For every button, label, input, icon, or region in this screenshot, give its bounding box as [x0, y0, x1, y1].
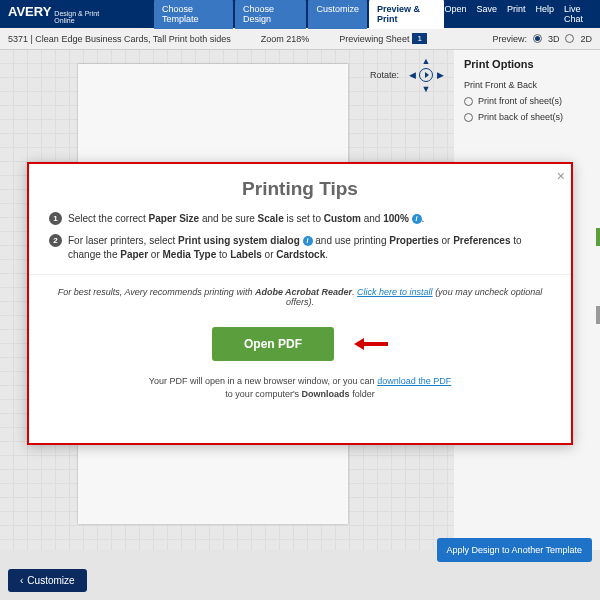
tab-choose-design[interactable]: Choose Design [235, 0, 306, 29]
close-icon[interactable]: × [557, 168, 565, 184]
sub-bar: 5371 | Clean Edge Business Cards, Tall P… [0, 28, 600, 50]
radio-back[interactable] [464, 113, 473, 122]
link-save[interactable]: Save [476, 4, 497, 24]
install-link[interactable]: Click here to install [357, 287, 433, 297]
sidebar-title: Print Options [464, 58, 590, 70]
logo: AVERY Design & Print Online [8, 4, 114, 24]
view-label: Preview: [492, 34, 527, 44]
top-bar: AVERY Design & Print Online Choose Templ… [0, 0, 600, 28]
link-open[interactable]: Open [444, 4, 466, 24]
main-tabs: Choose Template Choose Design Customize … [154, 0, 444, 29]
link-help[interactable]: Help [535, 4, 554, 24]
modal-body: Printing Tips 1 Select the correct Paper… [29, 164, 571, 414]
tab-customize[interactable]: Customize [308, 0, 367, 29]
radio-2d[interactable] [565, 34, 574, 43]
green-stub [596, 228, 600, 246]
radio-front[interactable] [464, 97, 473, 106]
zoom-label: Zoom 218% [261, 34, 310, 44]
top-links: Open Save Print Help Live Chat [444, 4, 592, 24]
product-title: 5371 | Clean Edge Business Cards, Tall P… [8, 34, 231, 44]
apply-design-button[interactable]: Apply Design to Another Template [437, 538, 592, 562]
rotate-pad: ▲ ◀ ▶ ▼ [405, 54, 447, 96]
option-back-label: Print back of sheet(s) [478, 112, 563, 122]
download-pdf-link[interactable]: download the PDF [377, 376, 451, 386]
back-customize-button[interactable]: ‹ Customize [8, 569, 87, 592]
back-label: Customize [27, 575, 74, 586]
preview-sheet: Previewing Sheet 1 [339, 33, 427, 44]
arrow-left-icon [354, 339, 388, 349]
rotate-down-icon[interactable]: ▼ [419, 82, 433, 96]
rotate-left-icon[interactable]: ◀ [405, 68, 419, 82]
tip-2-badge: 2 [49, 234, 62, 247]
preview-sheet-number[interactable]: 1 [412, 33, 426, 44]
sidebar-section: Print Front & Back [464, 80, 590, 90]
link-print[interactable]: Print [507, 4, 526, 24]
option-back[interactable]: Print back of sheet(s) [464, 112, 590, 122]
divider [29, 274, 571, 275]
tip-2: 2 For laser printers, select Print using… [49, 234, 551, 262]
tip-1-badge: 1 [49, 212, 62, 225]
rotate-controls: Rotate: ▲ ◀ ▶ ▼ [370, 54, 447, 96]
preview-sheet-label: Previewing Sheet [339, 34, 409, 44]
label-2d: 2D [580, 34, 592, 44]
rotate-up-icon[interactable]: ▲ [419, 54, 433, 68]
info-icon[interactable]: i [303, 236, 313, 246]
recommendation-text: For best results, Avery recommends print… [49, 287, 551, 307]
printing-tips-modal: × Printing Tips 1 Select the correct Pap… [27, 162, 573, 445]
open-pdf-row: Open PDF [49, 327, 551, 361]
tip-2-text: For laser printers, select Print using s… [68, 234, 551, 262]
link-live-chat[interactable]: Live Chat [564, 4, 592, 24]
open-pdf-button[interactable]: Open PDF [212, 327, 334, 361]
tab-choose-template[interactable]: Choose Template [154, 0, 233, 29]
rotate-play-icon[interactable] [419, 68, 433, 82]
chevron-left-icon: ‹ [20, 575, 23, 586]
radio-3d[interactable] [533, 34, 542, 43]
option-front-label: Print front of sheet(s) [478, 96, 562, 106]
tip-1: 1 Select the correct Paper Size and be s… [49, 212, 551, 226]
logo-tagline: Design & Print Online [54, 10, 114, 24]
option-front[interactable]: Print front of sheet(s) [464, 96, 590, 106]
label-3d: 3D [548, 34, 560, 44]
gray-stub [596, 306, 600, 324]
rotate-right-icon[interactable]: ▶ [433, 68, 447, 82]
tip-1-text: Select the correct Paper Size and be sur… [68, 212, 424, 226]
logo-text: AVERY [8, 4, 51, 19]
rotate-label: Rotate: [370, 70, 399, 80]
view-toggle: Preview: 3D 2D [492, 34, 592, 44]
info-icon[interactable]: i [412, 214, 422, 224]
modal-footer-text: Your PDF will open in a new browser wind… [49, 375, 551, 400]
tab-preview-print[interactable]: Preview & Print [369, 0, 444, 29]
modal-title: Printing Tips [49, 178, 551, 200]
